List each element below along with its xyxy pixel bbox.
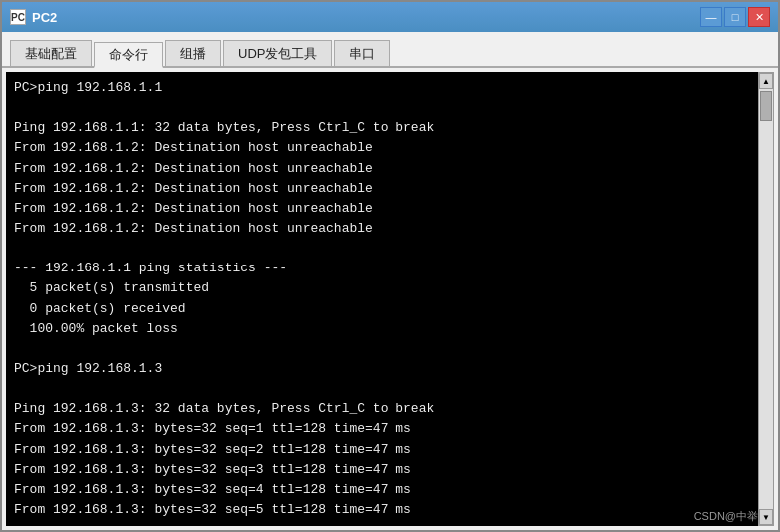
title-bar-left: PC PC2 — [10, 9, 57, 25]
tab-serial[interactable]: 串口 — [334, 40, 390, 66]
scroll-thumb[interactable] — [760, 91, 772, 121]
tab-basic[interactable]: 基础配置 — [10, 40, 92, 66]
minimize-button[interactable]: — — [700, 7, 722, 27]
scrollbar[interactable]: ▲ ▼ — [758, 72, 774, 526]
tab-udp[interactable]: UDP发包工具 — [223, 40, 332, 66]
scroll-up-button[interactable]: ▲ — [759, 73, 773, 89]
scroll-track[interactable] — [759, 89, 773, 509]
main-content: PC>ping 192.168.1.1 Ping 192.168.1.1: 32… — [2, 68, 778, 530]
maximize-button[interactable]: □ — [724, 7, 746, 27]
title-bar: PC PC2 — □ ✕ — [2, 2, 778, 32]
tab-cmd[interactable]: 命令行 — [94, 42, 163, 68]
title-controls: — □ ✕ — [700, 7, 770, 27]
terminal[interactable]: PC>ping 192.168.1.1 Ping 192.168.1.1: 32… — [6, 72, 758, 526]
window-title: PC2 — [32, 10, 57, 25]
tab-bar: 基础配置 命令行 组播 UDP发包工具 串口 — [2, 32, 778, 68]
window-icon: PC — [10, 9, 26, 25]
window: PC PC2 — □ ✕ 基础配置 命令行 组播 UDP发包工具 串口 PC>p… — [0, 0, 780, 532]
watermark: CSDN@中举 — [694, 509, 758, 524]
tab-multicast[interactable]: 组播 — [165, 40, 221, 66]
terminal-wrapper: PC>ping 192.168.1.1 Ping 192.168.1.1: 32… — [6, 72, 774, 526]
scroll-down-button[interactable]: ▼ — [759, 509, 773, 525]
close-button[interactable]: ✕ — [748, 7, 770, 27]
